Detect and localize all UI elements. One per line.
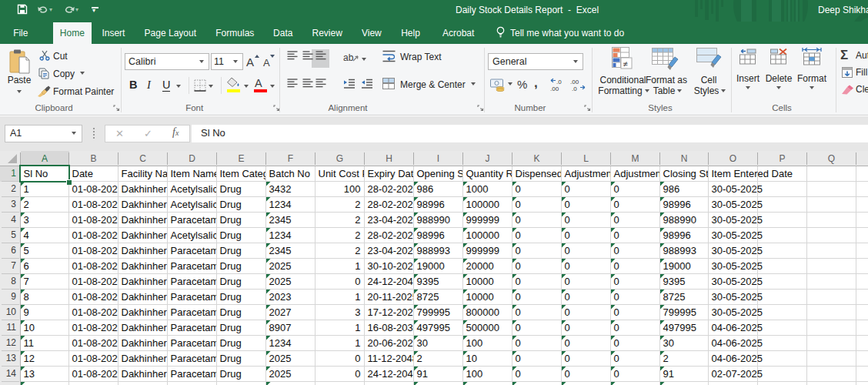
svg-text:≠: ≠ [623, 59, 628, 69]
svg-text:ab: ab [343, 52, 354, 63]
svg-text:.0: .0 [572, 85, 577, 92]
svg-text:.00: .00 [550, 85, 559, 92]
